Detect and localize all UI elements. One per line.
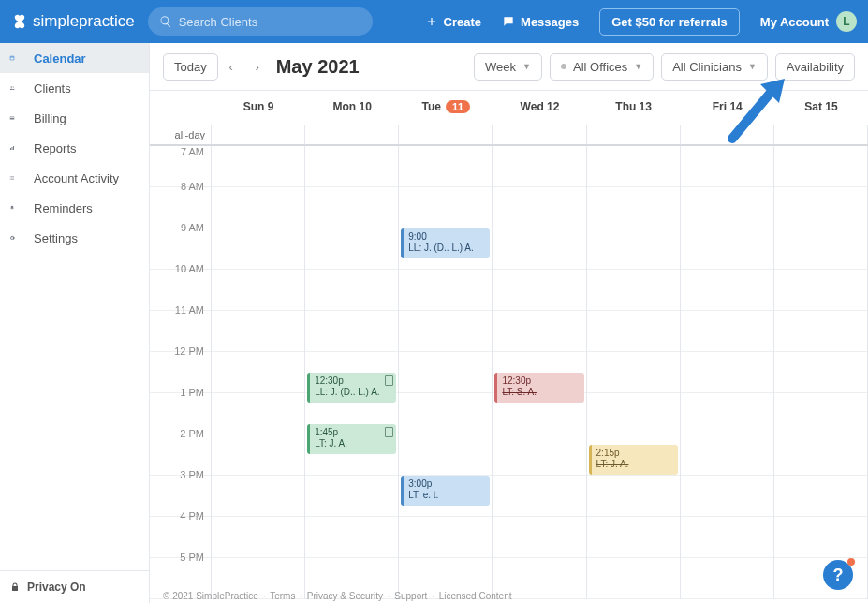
search-icon <box>159 15 172 28</box>
calendar-event[interactable]: 3:00pLT: e. t. <box>401 476 490 506</box>
svg-rect-6 <box>13 146 14 150</box>
search-input[interactable]: Search Clients <box>148 7 373 36</box>
chevron-down-icon: ▼ <box>634 62 642 71</box>
svg-point-0 <box>11 86 13 88</box>
calendar-event[interactable]: 12:30pLT: S. A. <box>494 373 583 403</box>
dot-icon <box>561 64 566 69</box>
offices-filter[interactable]: All Offices▼ <box>550 53 654 81</box>
view-select[interactable]: Week▼ <box>474 53 542 81</box>
day-header[interactable]: Thu 13 <box>587 91 681 125</box>
search-placeholder: Search Clients <box>179 15 258 29</box>
chevron-down-icon: ▼ <box>522 62 531 71</box>
help-button[interactable]: ? <box>823 560 853 590</box>
people-icon <box>9 81 24 96</box>
lock-icon <box>9 581 21 593</box>
create-button[interactable]: Create <box>425 15 481 29</box>
sidebar: Calendar Clients Billing Reports Account… <box>0 43 150 603</box>
privacy-toggle[interactable]: Privacy On <box>0 570 149 603</box>
today-button[interactable]: Today <box>163 53 218 81</box>
footer-copyright: © 2021 SimplePractice · Terms · Privacy … <box>161 591 514 601</box>
calendar-grid[interactable]: 7 AM8 AM9 AM10 AM11 AM12 PM1 PM2 PM3 PM4… <box>150 146 868 603</box>
note-icon <box>385 427 393 437</box>
sidebar-item-activity[interactable]: Account Activity <box>0 163 149 193</box>
svg-rect-3 <box>10 117 15 118</box>
sidebar-item-reports[interactable]: Reports <box>0 133 149 163</box>
footer-link[interactable]: Licensed Content <box>439 591 512 601</box>
note-icon <box>385 375 393 386</box>
calendar-panel: Today ‹ › May 2021 Week▼ All Offices▼ Al… <box>150 43 868 603</box>
brand-logo[interactable]: simplepractice <box>11 12 135 31</box>
chevron-down-icon: ▼ <box>748 62 757 71</box>
calendar-event[interactable]: 9:00LL: J. (D.. L.) A. <box>401 228 490 258</box>
today-badge: 11 <box>446 100 470 113</box>
card-icon <box>9 110 24 125</box>
availability-button[interactable]: Availability <box>775 53 855 81</box>
messages-button[interactable]: Messages <box>502 15 579 29</box>
list-icon <box>9 170 24 185</box>
day-column[interactable] <box>681 146 774 599</box>
bell-icon <box>9 200 24 215</box>
calendar-icon <box>9 51 24 66</box>
svg-rect-5 <box>12 147 13 150</box>
calendar-toolbar: Today ‹ › May 2021 Week▼ All Offices▼ Al… <box>150 43 868 91</box>
day-header[interactable]: Sun 9 <box>212 91 305 125</box>
footer-link[interactable]: Terms <box>270 591 295 601</box>
day-column[interactable]: 12:30pLL: J. (D.. L.) A.1:45pLT: J. A. <box>305 146 399 599</box>
sidebar-item-billing[interactable]: Billing <box>0 103 149 133</box>
plus-icon <box>425 15 438 28</box>
clinicians-filter[interactable]: All Clinicians▼ <box>661 53 768 81</box>
my-account-button[interactable]: My Account L <box>760 11 857 32</box>
referral-button[interactable]: Get $50 for referrals <box>599 8 740 36</box>
footer-link[interactable]: Privacy & Security <box>307 591 383 601</box>
butterfly-icon <box>11 13 28 30</box>
prev-week-button[interactable]: ‹ <box>218 52 244 81</box>
day-header[interactable]: Sat 15 <box>774 91 868 125</box>
allday-row: all-day <box>150 125 868 146</box>
calendar-event[interactable]: 12:30pLL: J. (D.. L.) A. <box>307 373 396 403</box>
svg-point-1 <box>13 86 14 87</box>
day-column[interactable] <box>774 146 868 599</box>
day-header[interactable]: Wed 12 <box>493 91 586 125</box>
svg-rect-4 <box>10 148 11 150</box>
day-column[interactable]: 9:00LL: J. (D.. L.) A.3:00pLT: e. t. <box>399 146 493 599</box>
day-header[interactable]: Mon 10 <box>305 91 399 125</box>
day-header[interactable]: Fri 14 <box>681 91 774 125</box>
sidebar-item-reminders[interactable]: Reminders <box>0 193 149 223</box>
calendar-event[interactable]: 2:15pLT: J. A. <box>589 445 678 475</box>
sidebar-item-clients[interactable]: Clients <box>0 73 149 103</box>
footer-link[interactable]: Support <box>394 591 427 601</box>
gear-icon <box>9 230 24 245</box>
sidebar-item-calendar[interactable]: Calendar <box>0 43 149 73</box>
day-header[interactable]: Tue11 <box>399 91 493 125</box>
day-column[interactable] <box>212 146 305 599</box>
next-week-button[interactable]: › <box>244 52 271 81</box>
chart-icon <box>9 140 24 155</box>
day-header-row: Sun 9 Mon 10 Tue11 Wed 12 Thu 13 Fri 14 … <box>150 91 868 125</box>
topbar: simplepractice Search Clients Create Mes… <box>0 0 868 43</box>
avatar: L <box>836 11 857 32</box>
day-column[interactable]: 2:15pLT: J. A. <box>587 146 681 599</box>
calendar-title: May 2021 <box>276 56 360 78</box>
sidebar-item-settings[interactable]: Settings <box>0 223 149 253</box>
brand-name: simplepractice <box>33 12 135 31</box>
day-column[interactable]: 12:30pLT: S. A. <box>493 146 586 599</box>
calendar-event[interactable]: 1:45pLT: J. A. <box>307 424 396 454</box>
message-icon <box>502 15 515 28</box>
